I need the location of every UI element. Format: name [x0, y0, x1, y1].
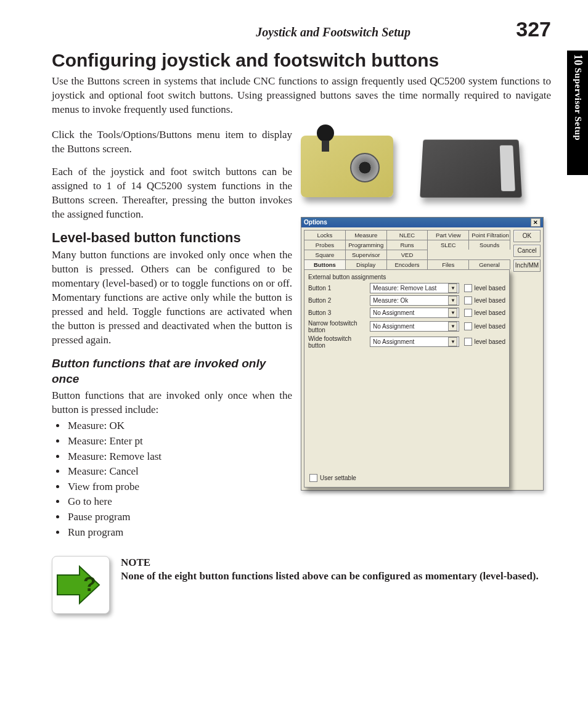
joystick-icon — [301, 136, 393, 197]
checkbox-label: level based — [474, 285, 505, 292]
assignment-select-wide-foot[interactable]: No Assignment ▼ — [370, 337, 459, 347]
assignment-label: Narrow footswitch button — [308, 320, 367, 333]
checkbox-label: level based — [474, 323, 505, 330]
tab-runs[interactable]: Runs — [386, 240, 428, 250]
tab-encoders[interactable]: Encoders — [386, 259, 428, 269]
note-block: ? NOTE None of the eight button function… — [52, 556, 551, 614]
checkbox-icon[interactable] — [464, 338, 472, 346]
user-settable-checkbox[interactable]: User settable — [309, 474, 356, 482]
tab-sounds[interactable]: Sounds — [468, 240, 510, 250]
tab-row: Probes Programming Runs SLEC Sounds — [304, 240, 510, 250]
tab-buttons[interactable]: Buttons — [304, 259, 346, 269]
checkbox-icon[interactable] — [464, 309, 472, 317]
checkbox-icon[interactable] — [464, 284, 472, 292]
tab-supervisor[interactable]: Supervisor — [345, 250, 387, 259]
list-item: Go to here — [67, 494, 292, 510]
note-body: None of the eight button functions liste… — [121, 569, 551, 583]
checkbox-label: level based — [474, 309, 505, 316]
checkbox-icon[interactable] — [309, 474, 317, 482]
checkbox-icon[interactable] — [464, 322, 472, 330]
tab-part-view[interactable]: Part View — [427, 230, 469, 240]
list-item: Measure: OK — [67, 418, 292, 434]
tab-row: Buttons Display Encoders Files General — [304, 259, 510, 269]
footswitch-photo — [422, 129, 530, 210]
paragraph-assign: Each of the joystick and foot switch but… — [52, 165, 292, 222]
running-header: Joystick and Footswitch Setup 327 — [52, 17, 551, 41]
assignment-select-button2[interactable]: Measure: Ok ▼ — [370, 295, 459, 306]
checkbox-label: level based — [474, 297, 505, 304]
assignment-select-button1[interactable]: Measure: Remove Last ▼ — [370, 283, 459, 293]
ok-button[interactable]: OK — [513, 230, 541, 242]
svg-text:?: ? — [83, 572, 96, 595]
hardware-photos — [301, 129, 551, 210]
level-based-checkbox[interactable]: level based — [464, 322, 505, 330]
tab-general[interactable]: General — [468, 259, 510, 269]
tab-square[interactable]: Square — [304, 250, 346, 259]
paragraph-level-based: Many button functions are invoked only o… — [52, 248, 292, 348]
level-based-checkbox[interactable]: level based — [464, 309, 505, 317]
tab-measure[interactable]: Measure — [345, 230, 387, 240]
paragraph-click-path: Click the Tools/Options/Buttons menu ite… — [52, 128, 292, 157]
chapter-title: Supervisor Setup — [573, 68, 583, 141]
section-label: External button assignments — [308, 274, 505, 280]
tab-point-filtration[interactable]: Point Filtration — [468, 230, 510, 240]
tab-display[interactable]: Display — [345, 259, 387, 269]
level-based-checkbox[interactable]: level based — [464, 296, 505, 304]
heading-main: Configuring joystick and footswitch butt… — [52, 50, 551, 71]
tab-programming[interactable]: Programming — [345, 240, 387, 250]
select-value: No Assignment — [373, 309, 414, 316]
assignment-row: Button 1 Measure: Remove Last ▼ level ba… — [308, 283, 505, 293]
note-heading: NOTE — [121, 556, 551, 569]
select-value: No Assignment — [373, 338, 414, 345]
note-text: NOTE None of the eight button functions … — [121, 556, 551, 583]
chevron-down-icon[interactable]: ▼ — [448, 337, 457, 346]
dialog-titlebar[interactable]: Options ✕ — [301, 218, 543, 227]
chevron-down-icon[interactable]: ▼ — [448, 322, 457, 331]
joystick-dial-icon — [350, 153, 380, 182]
list-item: Measure: Cancel — [67, 464, 292, 480]
checkbox-icon[interactable] — [464, 296, 472, 304]
checkbox-label: level based — [474, 338, 505, 345]
right-column: Options ✕ Locks Measure NLEC Part View P… — [301, 126, 551, 541]
tabs: Locks Measure NLEC Part View Point Filtr… — [304, 230, 510, 269]
page-number: 327 — [516, 17, 551, 41]
close-button[interactable]: ✕ — [531, 218, 541, 227]
chevron-down-icon[interactable]: ▼ — [448, 296, 457, 305]
user-settable-label: User settable — [320, 475, 356, 481]
list-item: Measure: Remove last — [67, 449, 292, 465]
assignment-row: Wide footswitch button No Assignment ▼ l… — [308, 335, 505, 349]
select-value: No Assignment — [373, 323, 414, 330]
dialog-body: Locks Measure NLEC Part View Point Filtr… — [301, 227, 543, 490]
assignment-label: Button 2 — [308, 297, 367, 304]
chevron-down-icon[interactable]: ▼ — [448, 308, 457, 317]
tab-probes[interactable]: Probes — [304, 240, 346, 250]
assignment-row: Narrow footswitch button No Assignment ▼… — [308, 320, 505, 333]
tab-nlec[interactable]: NLEC — [386, 230, 428, 240]
tab-content-buttons: External button assignments Button 1 Mea… — [304, 269, 510, 488]
tab-files[interactable]: Files — [427, 259, 469, 269]
list-item: View from probe — [67, 480, 292, 495]
assignment-select-narrow-foot[interactable]: No Assignment ▼ — [370, 321, 459, 332]
paragraph-invoked-once: Button functions that are invoked only o… — [52, 389, 292, 417]
list-item: Measure: Enter pt — [67, 434, 292, 449]
cancel-button[interactable]: Cancel — [513, 245, 541, 257]
running-title: Joystick and Footswitch Setup — [150, 25, 516, 39]
tab-ved[interactable]: VED — [386, 250, 428, 259]
inchmm-button[interactable]: Inch/MM — [513, 259, 541, 272]
tab-row: Locks Measure NLEC Part View Point Filtr… — [304, 230, 510, 240]
level-based-checkbox[interactable]: level based — [464, 338, 505, 346]
dialog-left-pane: Locks Measure NLEC Part View Point Filtr… — [304, 230, 510, 488]
left-column: Click the Tools/Options/Buttons menu ite… — [52, 126, 292, 541]
select-value: Measure: Ok — [373, 297, 408, 304]
chapter-number: 10 — [571, 54, 584, 65]
select-value: Measure: Remove Last — [373, 285, 436, 292]
tab-slec[interactable]: SLEC — [427, 240, 469, 250]
tab-locks[interactable]: Locks — [304, 230, 346, 240]
assignment-row: Button 3 No Assignment ▼ level based — [308, 308, 505, 318]
footswitch-icon — [420, 139, 522, 197]
list-item: Run program — [67, 525, 292, 541]
page: 10 Supervisor Setup Joystick and Footswi… — [0, 0, 588, 702]
assignment-select-button3[interactable]: No Assignment ▼ — [370, 308, 459, 318]
chevron-down-icon[interactable]: ▼ — [448, 284, 457, 293]
level-based-checkbox[interactable]: level based — [464, 284, 505, 292]
